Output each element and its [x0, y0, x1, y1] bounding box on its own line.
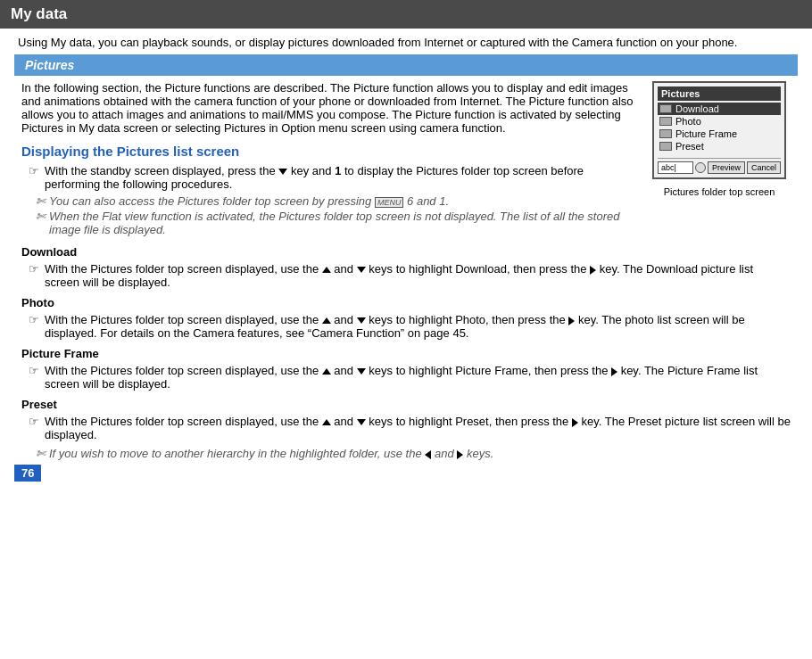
- down-arrow-icon-dl: [357, 267, 366, 273]
- phone-screen-title: Pictures: [658, 86, 781, 101]
- up-arrow-icon-pr: [322, 419, 331, 425]
- phone-icon-download: [659, 104, 672, 113]
- right-arrow-icon-pr: [572, 418, 578, 427]
- image-column: Pictures Download Photo Picture Frame: [648, 81, 791, 197]
- page-title: My data: [11, 5, 67, 23]
- phone-abc-box: abc|: [658, 161, 693, 174]
- bullet-item-1: ☞ With the standby screen displayed, pre…: [21, 164, 637, 191]
- and-text: and: [435, 447, 454, 460]
- note1-end: 6 and 1.: [407, 194, 449, 208]
- subsection-preset: Preset: [21, 398, 791, 411]
- bullet1-key: 1: [335, 164, 341, 177]
- phone-circle-icon: [695, 162, 706, 173]
- pictures-intro: In the following section, the Picture fu…: [21, 81, 637, 135]
- bullet1-text: With the standby screen displayed, press…: [45, 164, 276, 177]
- phone-bottom-bar: abc| Preview Cancel: [658, 158, 781, 174]
- note-item-1: ✄ You can also access the Pictures folde…: [21, 194, 637, 208]
- up-arrow-icon-pf: [322, 368, 331, 375]
- note-item-2: ✄ When the Flat view function is activat…: [21, 210, 637, 236]
- phone-menu-photo: Photo: [658, 115, 781, 128]
- phone-menu-download: Download: [658, 103, 781, 115]
- bullet-item-download: ☞ With the Pictures folder top screen di…: [21, 262, 791, 289]
- down-arrow-icon: [278, 169, 287, 175]
- bullet-item-photo: ☞ With the Pictures folder top screen di…: [21, 313, 791, 340]
- up-arrow-icon-dl: [322, 267, 331, 273]
- section-content: In the following section, the Picture fu…: [14, 81, 798, 460]
- phone-cancel-btn: Cancel: [747, 161, 781, 174]
- phone-menu-picture-frame: Picture Frame: [658, 128, 781, 140]
- phone-icon-photo: [659, 117, 672, 126]
- right-arrow-icon-dl: [590, 266, 596, 275]
- phone-screen: Pictures Download Photo Picture Frame: [652, 81, 786, 179]
- subsection-picture-frame: Picture Frame: [21, 347, 791, 360]
- bullet-item-preset: ☞ With the Pictures folder top screen di…: [21, 415, 791, 441]
- menu-icon: MENU: [375, 197, 404, 208]
- subsection-download: Download: [21, 245, 791, 259]
- phone-icon-picture-frame: [659, 129, 672, 138]
- content-area: Using My data, you can playback sounds, …: [0, 29, 812, 489]
- note-final: ✄ If you wish to move to another hierarc…: [21, 447, 791, 460]
- up-arrow-icon-ph: [322, 317, 331, 324]
- note1-text: You can also access the Pictures folder …: [49, 194, 371, 208]
- right-arrow-icon-ph: [568, 317, 575, 325]
- phone-menu-preset: Preset: [658, 140, 781, 152]
- phone-icon-preset: [659, 142, 672, 151]
- subsection-photo: Photo: [21, 296, 791, 309]
- left-arrow-icon-final: [425, 450, 431, 459]
- subsection-displaying: Displaying the Pictures list screen: [21, 144, 637, 159]
- phone-preview-area: abc|: [658, 161, 706, 174]
- note2-text: When the Flat view function is activated…: [49, 210, 637, 236]
- intro-text: Using My data, you can playback sounds, …: [14, 36, 798, 49]
- phone-preview-btn: Preview: [708, 161, 745, 174]
- text-column: In the following section, the Picture fu…: [21, 81, 637, 238]
- section-header-pictures: Pictures: [14, 54, 798, 76]
- right-arrow-icon-final: [457, 450, 463, 459]
- right-arrow-icon-pf: [611, 367, 617, 376]
- two-col-layout: In the following section, the Picture fu…: [21, 81, 791, 238]
- screen-caption: Pictures folder top screen: [664, 186, 775, 197]
- bullet1-rest: key and: [291, 164, 332, 177]
- down-arrow-icon-ph: [357, 317, 366, 324]
- down-arrow-icon-pr: [357, 419, 366, 425]
- page-title-bar: My data: [0, 0, 812, 29]
- page-number: 76: [14, 465, 41, 482]
- page-footer: 76: [14, 474, 798, 482]
- bullet-item-picture-frame: ☞ With the Pictures folder top screen di…: [21, 364, 791, 391]
- down-arrow-icon-pf: [357, 368, 366, 375]
